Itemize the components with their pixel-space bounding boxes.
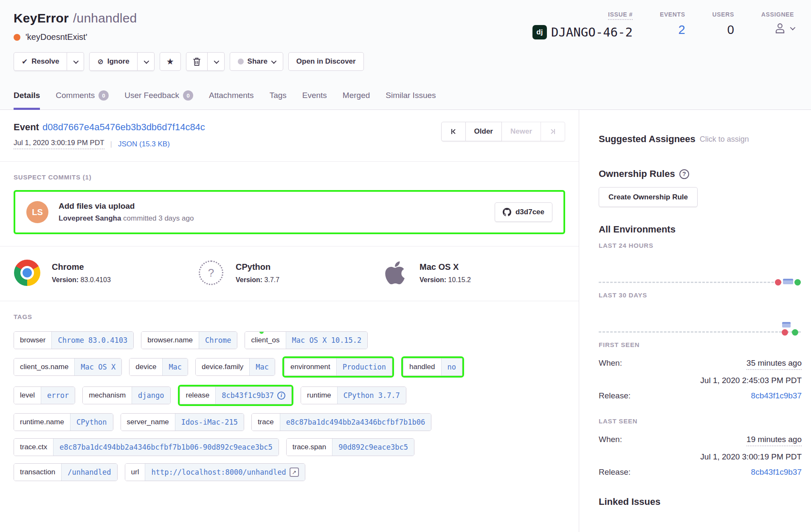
users-label: USERS — [712, 11, 734, 18]
external-link-icon[interactable]: ↗ — [290, 468, 299, 477]
event-id-link[interactable]: d08d7667e4a5476eb3b3db6d7f14c84c — [42, 122, 205, 132]
chevron-down-icon — [73, 58, 79, 64]
share-button[interactable]: Share — [230, 52, 283, 71]
last-seen-relative: 19 minutes ago — [746, 435, 802, 446]
tag-value-link[interactable]: Production — [336, 358, 392, 375]
tag-value-link[interactable]: e8c87ba1dc494bb2a4346bcfbf7b1b06 — [280, 414, 431, 431]
linked-issues-title: Linked Issues — [599, 496, 802, 507]
context-name: Chrome — [52, 262, 111, 272]
create-ownership-rule-button[interactable]: Create Ownership Rule — [599, 187, 698, 207]
tag-value-link[interactable]: Mac OS X — [74, 358, 121, 375]
tab-attachments[interactable]: Attachments — [209, 90, 254, 110]
issue-sidebar: Suggested Assignees Click to assign Owne… — [579, 110, 811, 532]
tag-value-link[interactable]: 90d892c9eace3bc5 — [332, 439, 414, 456]
first-seen-relative: 35 minutes ago — [746, 358, 802, 370]
release-label: Release: — [599, 391, 631, 400]
event-header: Eventd08d7667e4a5476eb3b3db6d7f14c84c Ju… — [0, 110, 579, 162]
tag-value-link[interactable]: Mac — [249, 358, 275, 375]
commit-sha: d3d7cee — [515, 208, 544, 216]
skip-to-latest-button[interactable] — [541, 122, 565, 141]
apple-icon — [383, 260, 406, 286]
commit-sha-button[interactable]: d3d7cee — [495, 202, 552, 222]
tab-tags[interactable]: Tags — [270, 90, 287, 110]
context-version: 10.15.2 — [448, 276, 471, 283]
tab-details[interactable]: Details — [14, 90, 40, 110]
events-count[interactable]: 2 — [678, 23, 685, 37]
first-seen-marker — [775, 279, 781, 286]
tab-merged[interactable]: Merged — [343, 90, 370, 110]
first-seen-release-link[interactable]: 8cb43f1c9b37 — [751, 391, 802, 400]
older-event-button[interactable]: Older — [466, 122, 502, 141]
issue-stats: ISSUE # dj DJANGO-46-2 EVENTS 2 USERS 0 … — [532, 11, 794, 39]
users-count: 0 — [727, 23, 734, 37]
tab-comments[interactable]: Comments0 — [56, 90, 109, 110]
newer-event-button[interactable]: Newer — [502, 122, 541, 141]
tag-server-name: server_nameIdos-iMac-215 — [121, 413, 244, 431]
tag-transaction: transaction/unhandled — [14, 463, 118, 481]
tag-value-link[interactable]: Mac OS X 10.15.2 — [286, 332, 368, 349]
tag-value-link[interactable]: e8c87ba1dc494bb2a4346bcfbf7b1b06-90d892c… — [53, 439, 279, 456]
tag-value-link[interactable]: Idos-iMac-215 — [175, 414, 244, 431]
resolve-dropdown-button[interactable] — [67, 52, 84, 71]
suspect-commits-label: SUSPECT COMMITS (1) — [14, 174, 565, 181]
issue-action-bar: ✔Resolve ⊘Ignore ★ Share Open in Discove… — [14, 52, 794, 71]
event-bar — [783, 279, 793, 284]
tag-client-os-name: client_os.nameMac OS X — [14, 358, 122, 376]
stat-issue-number: ISSUE # dj DJANGO-46-2 — [532, 11, 633, 39]
tag-value-link[interactable]: django — [132, 387, 170, 404]
tag-value-link[interactable]: Mac — [162, 358, 188, 375]
tag-value-link[interactable]: http://localhost:8000/unhandled↗ — [145, 464, 304, 481]
oldest-event-button[interactable] — [441, 122, 466, 141]
tag-value-link[interactable]: no — [441, 358, 462, 375]
tag-level: levelerror — [14, 386, 75, 404]
stat-users: USERS 0 — [712, 11, 734, 37]
tag-value-link[interactable]: Chrome 83.0.4103 — [51, 332, 133, 349]
tag-value-link[interactable]: CPython 3.7.7 — [337, 387, 406, 404]
tag-value-link[interactable]: error — [41, 387, 75, 404]
resolve-button[interactable]: ✔Resolve — [14, 52, 67, 71]
tag-value-link[interactable]: 8cb43f1c9b37i — [215, 387, 291, 404]
when-label: When: — [599, 358, 622, 368]
tag-value-link[interactable]: CPython — [70, 414, 113, 431]
first-seen-absolute: Jul 1, 2020 2:45:03 PM PDT — [599, 376, 802, 385]
ignore-button[interactable]: ⊘Ignore — [89, 52, 137, 71]
last-seen-marker — [792, 329, 798, 336]
context-name: CPython — [236, 262, 279, 272]
tag-release-highlighted: release8cb43f1c9b37i — [178, 385, 294, 406]
context-version: 3.7.7 — [265, 276, 280, 283]
tag-value-link[interactable]: Chrome — [199, 332, 237, 349]
suspect-commits-section: SUSPECT COMMITS (1) LS Add files via upl… — [0, 162, 579, 246]
last-seen-marker — [794, 279, 801, 286]
tag-client-os: client_osMac OS X 10.15.2 — [245, 331, 368, 349]
events-label: EVENTS — [660, 11, 685, 18]
chevron-down-icon — [214, 58, 219, 64]
info-icon[interactable]: i — [277, 392, 285, 400]
tag-value-link[interactable]: /unhandled — [61, 464, 117, 481]
event-label: Event — [14, 122, 39, 132]
events-sparkline-30d — [599, 299, 801, 341]
mute-icon: ⊘ — [97, 57, 103, 66]
tab-events[interactable]: Events — [302, 90, 327, 110]
event-json-link[interactable]: JSON (15.3 KB) — [118, 140, 170, 148]
sparkline-baseline — [599, 331, 801, 333]
tag-trace-span: trace.span90d892c9eace3bc5 — [286, 438, 414, 456]
tag-handled-highlighted: handledno — [401, 356, 464, 378]
open-in-discover-button[interactable]: Open in Discover — [288, 52, 364, 71]
bookmark-star-button[interactable]: ★ — [160, 52, 181, 71]
release-label: Release: — [599, 468, 631, 477]
suggested-assignees-title: Suggested Assignees — [599, 134, 696, 145]
assignee-dropdown[interactable] — [773, 21, 794, 35]
issue-header: KeyError/unhandled 'keyDoesntExist' ISSU… — [0, 0, 811, 110]
tag-trace: tracee8c87ba1dc494bb2a4346bcfbf7b1b06 — [251, 413, 431, 431]
separator: | — [110, 140, 112, 148]
last-seen-release-link[interactable]: 8cb43f1c9b37 — [751, 468, 802, 477]
delete-button[interactable] — [186, 52, 208, 71]
chevron-down-icon — [271, 58, 276, 64]
delete-dropdown-button[interactable] — [208, 52, 225, 71]
tab-user-feedback[interactable]: User Feedback0 — [124, 90, 193, 110]
ignore-dropdown-button[interactable] — [138, 52, 155, 71]
help-question-icon[interactable]: ? — [679, 169, 689, 179]
tab-similar-issues[interactable]: Similar Issues — [386, 90, 436, 110]
click-to-assign-hint[interactable]: Click to assign — [700, 135, 749, 144]
issue-culprit-path: /unhandled — [73, 11, 137, 25]
